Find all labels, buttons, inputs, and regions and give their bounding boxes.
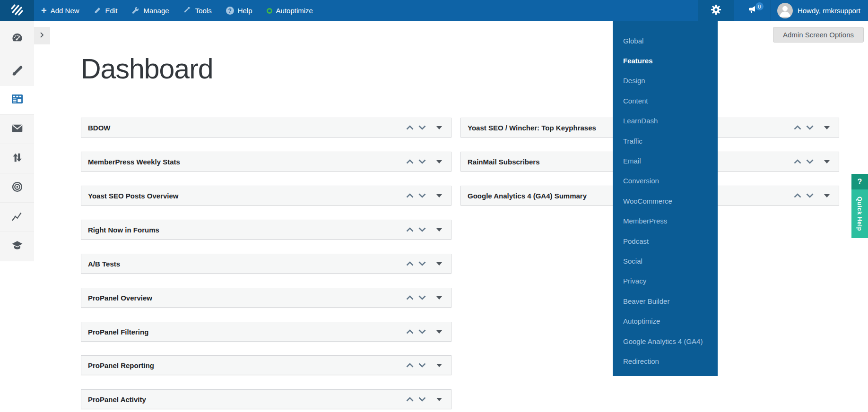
sidebar-item-transfer[interactable] xyxy=(0,144,34,173)
widget-move-up-button[interactable] xyxy=(791,189,804,203)
settings-menu-item-design[interactable]: Design xyxy=(613,71,718,91)
widget-move-down-button[interactable] xyxy=(416,154,428,169)
settings-menu-item-conversion[interactable]: Conversion xyxy=(613,171,718,191)
sidebar-item-mail[interactable] xyxy=(0,115,34,144)
sidebar-item-analytics[interactable] xyxy=(0,203,34,232)
widget-toggle-button[interactable] xyxy=(432,358,446,372)
expand-sidebar-button[interactable] xyxy=(34,27,50,44)
dashboard-widget[interactable]: ProPanel Reporting xyxy=(81,355,451,375)
settings-menu-item-content[interactable]: Content xyxy=(613,91,718,111)
widget-move-up-button[interactable] xyxy=(791,120,804,135)
widget-title: ProPanel Overview xyxy=(88,294,152,302)
widget-move-down-button[interactable] xyxy=(416,189,428,203)
widget-move-down-button[interactable] xyxy=(804,120,816,135)
settings-menu-item-podcast[interactable]: Podcast xyxy=(613,231,718,251)
howdy-text: Howdy, rmkrsupport xyxy=(798,7,860,15)
settings-menu-item-redirection[interactable]: Redirection xyxy=(613,351,718,371)
dashboard-widget[interactable]: ProPanel Filtering xyxy=(81,322,451,342)
settings-menu-item-privacy[interactable]: Privacy xyxy=(613,271,718,291)
dashboard-widget[interactable]: ProPanel Overview xyxy=(81,288,451,308)
widget-toggle-button[interactable] xyxy=(820,120,834,135)
quick-help-label[interactable]: Quick Help xyxy=(851,189,868,238)
widget-move-up-button[interactable] xyxy=(791,154,804,169)
widget-toggle-button[interactable] xyxy=(432,325,446,339)
site-logo[interactable] xyxy=(0,0,34,21)
settings-menu-item-autoptimize[interactable]: Autoptimize xyxy=(613,311,718,331)
widget-toggle-button[interactable] xyxy=(432,120,446,135)
widget-toggle-button[interactable] xyxy=(432,257,446,271)
triangle-down-icon xyxy=(436,126,442,129)
triangle-down-icon xyxy=(436,160,442,163)
sidebar-item-dashboard[interactable] xyxy=(0,21,34,56)
widget-title: ProPanel Reporting xyxy=(88,361,154,369)
widget-title: Yoast SEO Posts Overview xyxy=(88,192,178,200)
widget-title: Yoast SEO / Wincher: Top Keyphrases xyxy=(468,124,596,132)
sidebar-item-goals[interactable] xyxy=(0,173,34,203)
dashboard-widget[interactable]: MemberPress Weekly Stats xyxy=(81,152,451,172)
user-account-button[interactable]: Howdy, rmkrsupport xyxy=(771,0,868,21)
widget-move-up-button[interactable] xyxy=(404,154,416,169)
widget-move-down-button[interactable] xyxy=(416,120,428,135)
settings-gear-button[interactable] xyxy=(698,0,734,21)
settings-menu-item-global[interactable]: Global xyxy=(613,31,718,51)
admin-bar-menu: + Add New Edit Manage Tools ? Help Aut xyxy=(0,0,320,21)
envelope-icon xyxy=(11,122,24,137)
quick-help-question-button[interactable]: ? xyxy=(851,174,868,189)
triangle-down-icon xyxy=(436,296,442,300)
dashboard-widget[interactable]: BDOW xyxy=(81,118,451,137)
widget-move-down-button[interactable] xyxy=(804,189,816,203)
admin-bar-autoptimize[interactable]: Autoptimize xyxy=(260,0,320,21)
admin-screen-options-button[interactable]: Admin Screen Options xyxy=(773,27,864,43)
widget-toggle-button[interactable] xyxy=(820,154,834,169)
widget-move-down-button[interactable] xyxy=(804,154,816,169)
hammer-icon xyxy=(183,6,191,16)
diagonal-stripes-logo-icon xyxy=(10,3,24,19)
widget-move-down-button[interactable] xyxy=(416,291,428,305)
admin-bar-edit[interactable]: Edit xyxy=(87,0,125,21)
settings-menu-item-features[interactable]: Features xyxy=(613,51,718,70)
widget-move-down-button[interactable] xyxy=(416,325,428,339)
dashboard-widget[interactable]: A/B Tests xyxy=(81,254,451,274)
notifications-button[interactable]: 0 xyxy=(734,0,771,21)
widget-move-down-button[interactable] xyxy=(416,223,428,237)
sidebar-item-courses[interactable] xyxy=(0,232,34,261)
sidebar-item-appearance[interactable] xyxy=(0,56,34,86)
widget-move-up-button[interactable] xyxy=(404,358,416,372)
dashboard-widget[interactable]: ProPanel Activity xyxy=(81,389,451,409)
settings-menu-item-woocommerce[interactable]: WooCommerce xyxy=(613,191,718,211)
widget-toggle-button[interactable] xyxy=(432,189,446,203)
widget-move-up-button[interactable] xyxy=(404,325,416,339)
admin-bar-help[interactable]: ? Help xyxy=(219,0,260,21)
widget-move-up-button[interactable] xyxy=(404,120,416,135)
widget-toggle-button[interactable] xyxy=(820,189,834,203)
settings-menu-item-email[interactable]: Email xyxy=(613,151,718,171)
widget-move-up-button[interactable] xyxy=(404,223,416,237)
autoptimize-label: Autoptimize xyxy=(276,7,313,15)
widget-move-up-button[interactable] xyxy=(404,189,416,203)
admin-bar-tools[interactable]: Tools xyxy=(176,0,219,21)
widget-toggle-button[interactable] xyxy=(432,291,446,305)
sidebar-item-layouts[interactable] xyxy=(0,86,34,115)
widget-move-up-button[interactable] xyxy=(404,291,416,305)
widget-toggle-button[interactable] xyxy=(432,392,446,406)
widget-move-down-button[interactable] xyxy=(416,257,428,271)
widget-toggle-button[interactable] xyxy=(432,154,446,169)
wordpress-admin-screen: + Add New Edit Manage Tools ? Help Aut xyxy=(0,0,868,412)
admin-bar-add-new[interactable]: + Add New xyxy=(34,0,87,21)
admin-bar-manage[interactable]: Manage xyxy=(124,0,176,21)
settings-menu-item-google-analytics[interactable]: Google Analytics 4 (GA4) xyxy=(613,331,718,351)
settings-menu-item-traffic[interactable]: Traffic xyxy=(613,131,718,151)
widget-move-up-button[interactable] xyxy=(404,257,416,271)
settings-menu-item-learndash[interactable]: LearnDash xyxy=(613,111,718,131)
widget-move-up-button[interactable] xyxy=(404,392,416,406)
widget-move-down-button[interactable] xyxy=(416,358,428,372)
admin-sidebar xyxy=(0,21,34,412)
dashboard-widget[interactable]: Yoast SEO Posts Overview xyxy=(81,186,451,206)
settings-menu-item-memberpress[interactable]: MemberPress xyxy=(613,211,718,231)
widget-toggle-button[interactable] xyxy=(432,223,446,237)
triangle-down-icon xyxy=(436,364,442,367)
settings-menu-item-beaver-builder[interactable]: Beaver Builder xyxy=(613,291,718,311)
settings-menu-item-social[interactable]: Social xyxy=(613,251,718,271)
widget-move-down-button[interactable] xyxy=(416,392,428,406)
dashboard-widget[interactable]: Right Now in Forums xyxy=(81,220,451,240)
